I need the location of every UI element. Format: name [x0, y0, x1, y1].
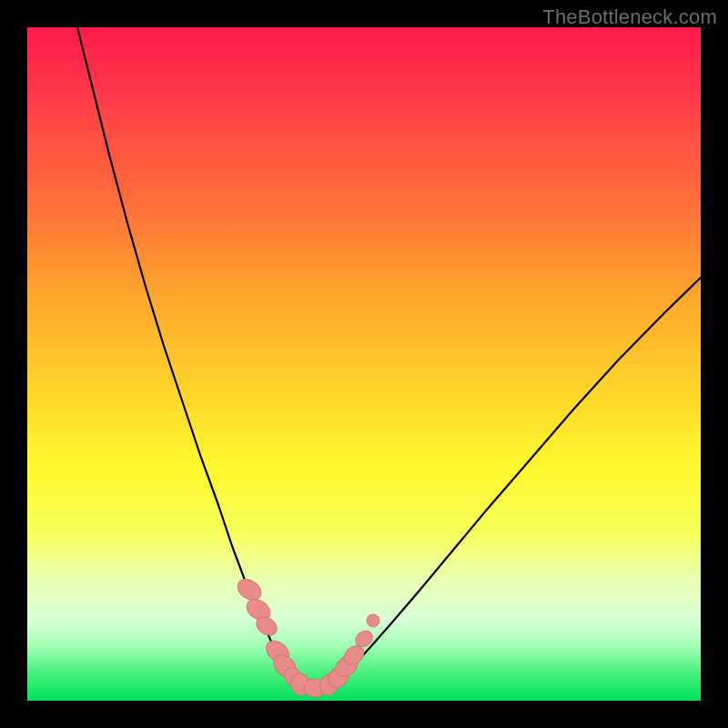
marker-group	[234, 575, 379, 698]
series-right-curve	[335, 278, 701, 683]
series-left-curve	[77, 27, 293, 683]
watermark-text: TheBottleneck.com	[542, 5, 717, 29]
plot-area	[27, 27, 701, 701]
series-group	[77, 27, 701, 688]
valley-marker	[367, 614, 379, 627]
chart-frame: TheBottleneck.com	[0, 0, 728, 728]
curve-layer	[27, 27, 701, 701]
